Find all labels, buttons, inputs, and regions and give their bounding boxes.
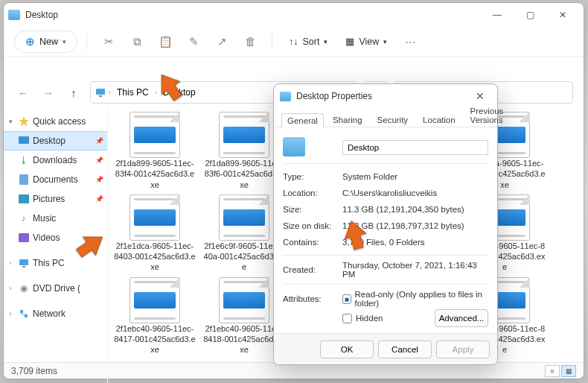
view-button[interactable]: ▦ View ▾	[338, 31, 394, 53]
document-icon	[18, 174, 29, 185]
sidebar-label: Videos	[33, 232, 107, 243]
sort-label: Sort	[303, 37, 320, 47]
readonly-checkbox[interactable]: ■Read-only (Only applies to files in fol…	[342, 290, 488, 308]
separator	[86, 34, 87, 50]
folder-icon-large	[283, 137, 342, 158]
svg-rect-9	[20, 310, 23, 313]
svg-marker-2	[19, 116, 29, 127]
hidden-checkbox[interactable]: Hidden	[342, 314, 383, 323]
sidebar-item-dvd[interactable]: › ◉ DVD Drive (	[4, 279, 107, 298]
svg-rect-3	[19, 136, 29, 144]
file-name: 2f1ebc40-9605-11ec-8417-001c425ac6d3.exe	[114, 323, 196, 355]
sidebar-label: Network	[33, 308, 107, 319]
forward-button[interactable]: →	[39, 86, 57, 99]
minimize-button[interactable]: —	[481, 4, 514, 26]
sidebar-item-quick-access[interactable]: ▾ Quick access	[4, 112, 107, 131]
apply-button[interactable]: Apply	[436, 341, 490, 358]
maximize-button[interactable]: ▢	[514, 4, 546, 26]
sidebar-label: Desktop	[33, 136, 92, 146]
new-label: New	[39, 37, 58, 47]
breadcrumb-seg[interactable]: Desktop	[160, 86, 199, 99]
dialog-titlebar: Desktop Properties ✕	[274, 84, 497, 108]
prop-label: Location:	[283, 189, 342, 197]
view-icon: ▦	[345, 36, 354, 47]
tab-previous-versions[interactable]: Previous Versions	[464, 104, 510, 127]
share-button[interactable]: ↗	[209, 30, 234, 54]
sidebar-item-downloads[interactable]: ⭳ Downloads 📌	[4, 151, 107, 170]
monitor-icon	[95, 88, 106, 97]
folder-icon	[280, 92, 291, 101]
tab-general[interactable]: General	[281, 113, 324, 127]
titlebar: Desktop — ▢ ✕	[4, 3, 584, 27]
sidebar-label: Pictures	[33, 194, 92, 204]
dialog-close-button[interactable]: ✕	[469, 90, 491, 102]
pin-icon: 📌	[95, 195, 103, 203]
tab-sharing[interactable]: Sharing	[327, 113, 368, 127]
cut-button[interactable]: ✂	[96, 30, 121, 54]
sidebar-item-videos[interactable]: Videos	[4, 228, 107, 247]
sidebar-label: DVD Drive (	[33, 283, 107, 294]
new-button[interactable]: ⊕ New ▾	[14, 31, 77, 53]
tab-location[interactable]: Location	[417, 113, 461, 127]
sidebar-item-documents[interactable]: Documents 📌	[4, 170, 107, 189]
sidebar-item-music[interactable]: ♪ Music	[4, 209, 107, 228]
prop-label: Size:	[283, 205, 342, 214]
file-name: 2f1da899-9605-11ec-83f4-001c425ac6d3.exe	[114, 158, 196, 190]
prop-value: C:\Users\karolisliucveikis	[342, 189, 488, 197]
back-button[interactable]: ←	[14, 86, 32, 99]
paste-button[interactable]: 📋	[153, 30, 178, 54]
properties-dialog: Desktop Properties ✕ General Sharing Sec…	[273, 83, 498, 365]
folder-icon	[8, 10, 20, 20]
cancel-button[interactable]: Cancel	[378, 341, 432, 358]
network-icon	[18, 308, 29, 319]
prop-value: 11.3 GB (12,198,797,312 bytes)	[342, 221, 488, 230]
more-button[interactable]: ⋯	[397, 30, 423, 54]
prop-label: Size on disk:	[283, 221, 342, 230]
sidebar-item-this-pc[interactable]: › This PC	[4, 253, 107, 273]
chevron-right-icon: ›	[7, 285, 14, 292]
rename-button[interactable]: ✎	[181, 30, 206, 54]
chevron-down-icon: ▾	[7, 118, 14, 125]
chevron-down-icon: ▾	[324, 38, 327, 45]
copy-button[interactable]: ⧉	[124, 30, 150, 54]
details-view-button[interactable]: ≡	[545, 365, 560, 377]
toolbar: ⊕ New ▾ ✂ ⧉ 📋 ✎ ↗ 🗑 ↑↓ Sort ▾ ▦ View ▾ ⋯	[4, 27, 584, 57]
music-icon: ♪	[18, 213, 29, 224]
svg-rect-6	[19, 233, 29, 242]
sidebar-item-pictures[interactable]: Pictures 📌	[4, 189, 107, 209]
chevron-right-icon: ›	[155, 89, 157, 96]
advanced-button[interactable]: Advanced...	[435, 309, 488, 327]
sidebar-item-network[interactable]: › Network	[4, 304, 107, 323]
close-button[interactable]: ✕	[546, 4, 579, 26]
pin-icon: 📌	[95, 137, 103, 145]
sidebar-label: Downloads	[33, 155, 92, 165]
dialog-tabs: General Sharing Security Location Previo…	[274, 108, 497, 127]
breadcrumb-seg[interactable]: This PC	[114, 86, 152, 99]
sidebar-label: This PC	[33, 258, 107, 268]
videos-icon	[18, 232, 29, 243]
sidebar-label: Documents	[33, 174, 92, 185]
star-icon	[18, 116, 29, 127]
delete-button[interactable]: 🗑	[237, 30, 263, 54]
folder-name-input[interactable]	[342, 140, 488, 155]
up-button[interactable]: ↑	[65, 86, 83, 99]
file-item[interactable]: 2f1e1dca-9605-11ec-8403-001c425ac6d3.exe	[114, 194, 196, 273]
dialog-title: Desktop Properties	[296, 91, 469, 101]
svg-rect-1	[99, 95, 102, 97]
svg-rect-10	[25, 314, 28, 317]
checkbox-label: Hidden	[356, 314, 383, 323]
tab-security[interactable]: Security	[371, 113, 415, 127]
toolbar-spacer	[4, 57, 584, 77]
file-item[interactable]: 2f1da899-9605-11ec-83f4-001c425ac6d3.exe	[114, 112, 196, 190]
ok-button[interactable]: OK	[320, 341, 374, 358]
sort-button[interactable]: ↑↓ Sort ▾	[281, 31, 335, 53]
checkbox-label: Read-only (Only applies to files in fold…	[355, 290, 488, 308]
file-name: 2f1e1dca-9605-11ec-8403-001c425ac6d3.exe	[114, 241, 196, 273]
icons-view-button[interactable]: ▦	[561, 365, 576, 377]
svg-rect-8	[22, 266, 25, 268]
separator	[272, 34, 272, 50]
file-item[interactable]: 2f1ebc40-9605-11ec-8417-001c425ac6d3.exe	[114, 277, 196, 355]
pin-icon: 📌	[95, 156, 103, 164]
sidebar-item-desktop[interactable]: Desktop 📌	[4, 131, 107, 151]
chevron-right-icon: ›	[7, 259, 14, 267]
